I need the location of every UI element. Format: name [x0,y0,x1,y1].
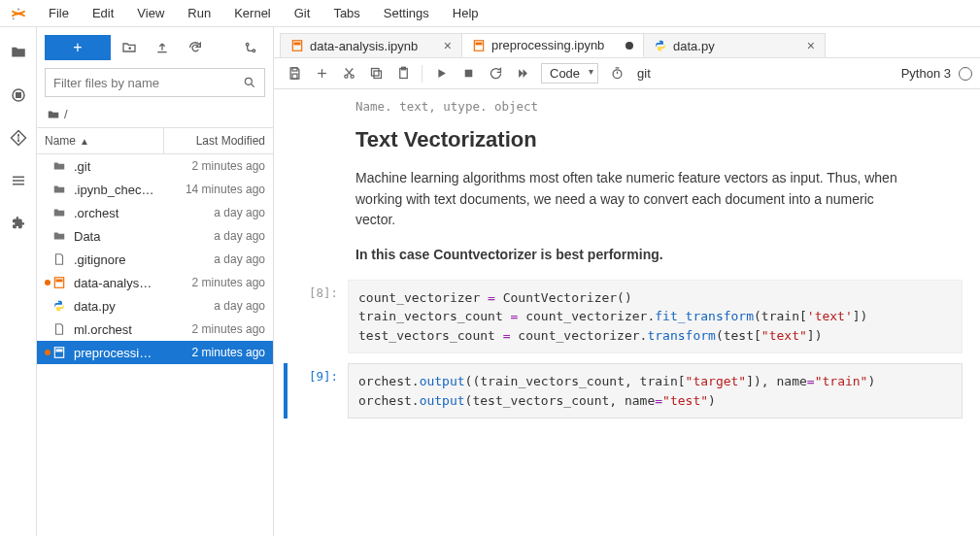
file-modified: 2 minutes ago [164,322,265,336]
file-row[interactable]: .git2 minutes ago [37,154,273,178]
activity-bar [0,27,37,536]
running-dot-icon [45,210,51,216]
extension-icon[interactable] [9,214,28,233]
file-row[interactable]: data-analys…2 minutes ago [37,271,273,294]
svg-rect-3 [16,93,20,98]
folder-icon[interactable] [9,43,28,62]
save-icon[interactable] [282,62,307,85]
menu-tabs[interactable]: Tabs [321,2,371,24]
file-name: Data [74,229,164,244]
tab[interactable]: preprocessing.ipynb [461,33,644,57]
code-cell[interactable]: [8]:count_vectorizer = CountVectorizer()… [284,280,963,354]
svg-point-15 [245,78,252,84]
svg-rect-33 [374,71,382,79]
close-icon[interactable]: × [444,38,452,53]
file-type-icon [52,322,68,336]
git-toggle-icon[interactable] [236,35,265,60]
md-paragraph: Machine learning algorithms most often t… [355,168,905,231]
svg-rect-21 [292,41,301,51]
file-row[interactable]: data.pya day ago [37,294,273,318]
timing-icon[interactable] [604,62,629,85]
markdown-cell[interactable]: Text Vectorization Machine learning algo… [284,127,905,266]
tab[interactable]: data-analysis.ipynb× [280,33,462,57]
file-name: .ipynb_chec… [74,183,164,197]
cut-icon[interactable] [336,62,361,85]
running-icon[interactable] [9,85,28,105]
close-icon[interactable]: × [807,38,815,53]
file-modified: a day ago [164,229,265,243]
tab-file-icon [290,39,304,52]
toc-icon[interactable] [9,171,28,190]
file-filter[interactable] [45,68,265,97]
menu-git[interactable]: Git [283,2,322,24]
file-type-icon [52,299,68,313]
file-type-icon [52,159,68,173]
menu-run[interactable]: Run [176,2,222,24]
code-editor[interactable]: orchest.output((train_vectors_count, tra… [348,363,963,419]
code-cell[interactable]: [9]:orchest.output((train_vectors_count,… [284,363,963,419]
kernel-status-icon[interactable] [959,67,972,81]
tab-label: preprocessing.ipynb [491,38,616,52]
file-browser-toolbar: + [37,27,273,66]
kernel-name[interactable]: Python 3 [901,66,951,81]
column-modified[interactable]: Last Modified [164,128,273,153]
git-label[interactable]: git [631,66,657,81]
new-launcher-button[interactable]: + [45,35,111,60]
restart-icon[interactable] [483,62,508,85]
refresh-icon[interactable] [181,35,210,60]
file-browser: + / Name▲ Last Modified .git2 minutes ag… [37,27,274,536]
stop-icon[interactable] [456,62,481,85]
file-name: data-analys… [74,276,164,290]
svg-point-1 [13,17,15,19]
run-icon[interactable] [428,62,454,85]
file-row[interactable]: .orchesta day ago [37,201,273,224]
svg-rect-19 [54,348,63,358]
menu-kernel[interactable]: Kernel [222,2,283,24]
md-bold: In this case Countvectorizer is best per… [355,245,905,266]
menu-view[interactable]: View [125,2,176,24]
cell-type-select[interactable]: Code [541,63,598,84]
column-name[interactable]: Name▲ [37,128,164,153]
file-row[interactable]: .gitignorea day ago [37,248,273,271]
copy-icon[interactable] [363,62,389,85]
svg-rect-26 [292,74,297,79]
menu-file[interactable]: File [37,2,81,24]
svg-rect-24 [476,43,482,45]
add-cell-icon[interactable] [309,62,334,85]
file-list: .git2 minutes ago.ipynb_chec…14 minutes … [37,154,273,536]
file-row[interactable]: Dataa day ago [37,224,273,248]
tab-dirty-icon [625,42,633,50]
paste-icon[interactable] [390,62,416,85]
svg-rect-20 [56,350,62,352]
running-dot-icon [45,303,51,309]
code-editor[interactable]: count_vectorizer = CountVectorizer() tra… [348,280,963,354]
file-modified: a day ago [164,252,265,266]
file-row[interactable]: .ipynb_chec…14 minutes ago [37,178,273,201]
upload-icon[interactable] [148,35,177,60]
file-filter-input[interactable] [53,76,243,90]
running-dot-icon [45,280,51,285]
tab-bar: data-analysis.ipynb×preprocessing.ipynbd… [274,27,980,58]
notebook-body[interactable]: Name. text, utype. object Text Vectoriza… [274,89,980,536]
file-row[interactable]: preprocessi…2 minutes ago [37,341,273,364]
file-type-icon [52,206,68,219]
svg-rect-34 [371,69,379,77]
new-folder-icon[interactable] [115,35,144,60]
file-type-icon [52,229,68,243]
file-name: data.py [74,299,164,314]
menu-edit[interactable]: Edit [81,2,125,24]
breadcrumb[interactable]: / [37,103,273,127]
tab[interactable]: data.py× [643,33,826,57]
run-all-icon[interactable] [510,62,535,85]
cell-prompt: [8]: [289,280,348,354]
file-modified: a day ago [164,299,265,313]
editor-area: data-analysis.ipynb×preprocessing.ipynbd… [274,27,980,536]
menu-help[interactable]: Help [441,2,490,24]
svg-rect-25 [292,68,297,71]
sort-asc-icon: ▲ [80,136,89,147]
cell-gutter [284,363,287,419]
menu-settings[interactable]: Settings [372,2,441,24]
git-icon[interactable] [9,128,28,148]
running-dot-icon [45,163,51,169]
file-row[interactable]: ml.orchest2 minutes ago [37,318,273,341]
